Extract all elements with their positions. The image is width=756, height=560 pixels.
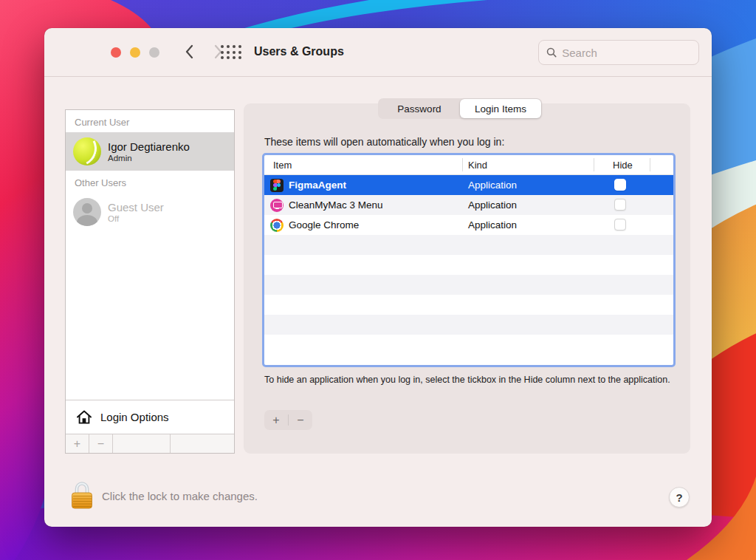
traffic-lights [111,47,159,58]
current-user-section-label: Current User [66,110,234,132]
guest-status: Off [108,214,164,223]
lock-icon[interactable] [70,480,94,510]
item-kind: Application [468,180,517,191]
login-items-table: Item Kind Hide FigmaAgent [262,153,676,367]
add-login-item-button[interactable]: + [264,414,288,427]
chrome-app-icon [270,219,284,232]
table-row-empty [264,315,673,335]
item-name: FigmaAgent [289,180,346,191]
login-items-add-remove: + − [264,410,312,430]
table-row-empty [264,275,673,295]
home-icon [76,409,92,425]
table-row-empty [264,335,673,355]
login-items-description: These items will open automatically when… [264,136,504,148]
guest-avatar [73,198,101,226]
figma-app-icon [270,179,284,192]
back-button[interactable] [185,44,193,59]
cleanmymac-app-icon [270,199,284,212]
item-name: CleanMyMac 3 Menu [289,199,383,211]
user-role: Admin [108,154,190,163]
help-button[interactable]: ? [669,487,690,508]
item-name: Google Chrome [289,219,359,231]
sidebar-toolbar: + − [66,434,234,453]
login-options-label: Login Options [100,411,169,423]
remove-user-button[interactable]: − [89,434,113,453]
tab-login-items[interactable]: Login Items [460,99,541,118]
column-header-hide[interactable]: Hide [613,160,633,171]
column-divider [594,158,594,171]
hide-checkbox[interactable] [614,199,626,211]
zoom-button [149,47,159,58]
title-bar: Users & Groups [44,28,712,77]
page-title: Users & Groups [254,45,344,58]
close-button[interactable] [111,47,121,58]
user-avatar-tennis-ball [73,137,101,165]
user-name: Igor Degtiarenko [108,140,190,154]
search-icon [546,47,557,58]
users-groups-window: Users & Groups Current User Igor Degtiar… [44,28,712,527]
remove-login-item-button[interactable]: − [289,414,312,427]
sidebar-item-guest-user[interactable]: Guest User Off [66,193,234,231]
nav-arrows [185,47,223,58]
sidebar-spacer [66,231,234,400]
table-row-cleanmymac[interactable]: CleanMyMac 3 Menu Application [264,195,673,215]
users-sidebar: Current User Igor Degtiarenko Admin Othe… [65,109,235,454]
table-row-empty [264,255,673,275]
search-input[interactable] [562,47,691,59]
desktop: Users & Groups Current User Igor Degtiar… [0,0,756,560]
tab-bar: Password Login Items [378,98,542,119]
add-user-button[interactable]: + [66,434,89,453]
search-field[interactable] [538,40,699,65]
item-kind: Application [468,199,517,211]
lock-status-text: Click the lock to make changes. [102,490,258,502]
hide-checkbox[interactable] [614,219,626,231]
table-row-empty [264,235,673,255]
other-users-section-label: Other Users [66,171,234,193]
table-row-figmaagent[interactable]: FigmaAgent Application [264,175,673,195]
column-header-kind[interactable]: Kind [468,160,487,171]
hide-checkbox[interactable] [614,179,626,191]
column-header-item[interactable]: Item [273,160,292,171]
tab-password[interactable]: Password [379,99,460,118]
hide-hint-text: To hide an application when you log in, … [264,374,696,386]
sidebar-item-current-user[interactable]: Igor Degtiarenko Admin [66,132,234,171]
show-all-grid-icon[interactable] [220,44,242,61]
guest-name: Guest User [108,201,164,214]
table-header: Item Kind Hide [264,155,673,175]
sidebar-toolbar-filler [113,434,171,453]
item-kind: Application [468,219,517,231]
table-row-empty [264,295,673,315]
column-divider [650,158,650,171]
sidebar-item-login-options[interactable]: Login Options [66,400,234,434]
table-row-google-chrome[interactable]: Google Chrome Application [264,215,673,235]
column-divider [462,158,463,171]
minimize-button[interactable] [130,47,140,58]
